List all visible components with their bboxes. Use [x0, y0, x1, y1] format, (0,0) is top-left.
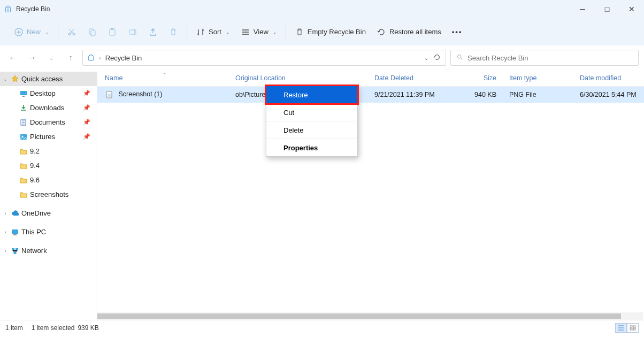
more-button[interactable]: ••• [447, 22, 468, 42]
svg-rect-15 [22, 96, 25, 97]
share-button[interactable] [143, 22, 163, 42]
sidebar-item-label: Desktop [30, 89, 56, 97]
sidebar-item-label: Screenshots [30, 190, 68, 198]
delete-button[interactable] [163, 22, 183, 42]
new-button[interactable]: New ⌄ [9, 22, 55, 42]
chevron-down-icon[interactable]: ⌄ [424, 55, 428, 61]
empty-recycle-bin-button[interactable]: Empty Recycle Bin [289, 22, 371, 42]
row-size: 940 KB [457, 91, 502, 98]
breadcrumb-segment[interactable]: Recycle Bin [105, 54, 142, 62]
trash-icon [295, 27, 304, 37]
paste-icon [108, 27, 117, 37]
column-date-modified[interactable]: Date modified [572, 74, 644, 82]
up-button[interactable]: ↑ [63, 50, 78, 65]
restore-all-button[interactable]: Restore all items [371, 22, 447, 42]
svg-rect-0 [6, 7, 11, 12]
file-list: Name⌃ Original Location Date Deleted Siz… [97, 70, 644, 320]
sidebar-item-label: 9.2 [30, 147, 40, 155]
more-icon: ••• [452, 28, 463, 36]
thumbnails-view-button[interactable] [627, 323, 639, 333]
svg-rect-8 [111, 28, 113, 30]
new-label: New [27, 28, 41, 36]
sidebar-item-folder[interactable]: 9.4 [0, 158, 97, 173]
copy-icon [87, 27, 97, 37]
svg-rect-9 [129, 30, 136, 34]
sidebar-item-label: This PC [21, 228, 46, 236]
sidebar-item-pictures[interactable]: Pictures 📌 [0, 129, 97, 144]
sidebar-item-folder[interactable]: 9.2 [0, 144, 97, 158]
view-button[interactable]: View ⌄ [235, 22, 282, 42]
search-box[interactable] [450, 50, 639, 66]
context-menu: Restore Cut Delete Properties [266, 86, 358, 157]
chevron-down-icon: ⌄ [273, 29, 277, 35]
column-size[interactable]: Size [457, 74, 502, 82]
search-input[interactable] [467, 54, 633, 62]
sort-icon [196, 27, 205, 37]
recent-button[interactable]: ⌄ [44, 50, 59, 65]
copy-button[interactable] [82, 22, 102, 42]
status-selected: 1 item selected [32, 324, 75, 332]
status-item-count: 1 item [5, 324, 23, 332]
file-icon [105, 90, 113, 99]
sidebar-item-folder[interactable]: Screenshots [0, 187, 97, 202]
sidebar-item-label: OneDrive [21, 209, 51, 217]
svg-rect-19 [12, 229, 18, 234]
back-button[interactable]: ← [5, 50, 20, 65]
chevron-down-icon: ⌄ [226, 29, 230, 35]
scissors-icon [67, 27, 76, 37]
row-name: Screenshot (1) [118, 90, 162, 98]
view-icon [241, 27, 250, 37]
horizontal-scrollbar[interactable] [97, 312, 643, 320]
pictures-icon [19, 133, 28, 141]
sort-indicator-icon: ⌃ [163, 72, 167, 78]
context-properties[interactable]: Properties [266, 139, 357, 156]
svg-rect-23 [14, 252, 17, 254]
sidebar-item-this-pc[interactable]: This PC [0, 225, 97, 239]
sidebar-item-desktop[interactable]: Desktop 📌 [0, 86, 97, 101]
column-date-deleted[interactable]: Date Deleted [367, 74, 457, 82]
context-cut[interactable]: Cut [266, 104, 357, 121]
column-original-location[interactable]: Original Location [228, 74, 367, 82]
download-icon [19, 104, 28, 112]
sidebar-item-folder[interactable]: 9.6 [0, 173, 97, 187]
minimize-button[interactable]: ─ [570, 0, 595, 18]
paste-button[interactable] [102, 22, 122, 42]
nav-row: ← → ⌄ ↑ › Recycle Bin ⌄ [0, 46, 644, 70]
pc-icon [11, 228, 19, 236]
row-date-modified: 6/30/2021 5:44 PM [572, 91, 644, 98]
table-row[interactable]: Screenshot (1) ob\Pictures\Screenshots\N… [97, 87, 644, 103]
sidebar-item-documents[interactable]: Documents 📌 [0, 115, 97, 129]
svg-rect-27 [633, 326, 635, 327]
close-button[interactable]: ✕ [619, 0, 644, 18]
empty-label: Empty Recycle Bin [308, 28, 366, 36]
address-bar[interactable]: › Recycle Bin ⌄ [82, 50, 446, 66]
pin-icon: 📌 [83, 119, 90, 126]
sort-label: Sort [209, 28, 221, 36]
svg-rect-29 [633, 328, 635, 330]
svg-rect-21 [12, 248, 14, 250]
column-item-type[interactable]: Item type [502, 74, 572, 82]
documents-icon [19, 118, 28, 127]
sidebar-item-label: 9.4 [30, 162, 40, 170]
details-view-button[interactable] [615, 323, 627, 333]
sidebar-item-onedrive[interactable]: OneDrive [0, 206, 97, 220]
refresh-button[interactable] [433, 53, 441, 63]
sort-button[interactable]: Sort ⌄ [190, 22, 235, 42]
forward-button[interactable]: → [25, 50, 40, 65]
status-bar: 1 item 1 item selected 939 KB [0, 320, 644, 335]
view-label: View [254, 28, 269, 36]
context-delete[interactable]: Delete [266, 121, 357, 139]
svg-rect-25 [108, 94, 111, 97]
sidebar-item-downloads[interactable]: Downloads 📌 [0, 101, 97, 115]
scrollbar-thumb[interactable] [97, 313, 621, 319]
cut-button[interactable] [62, 22, 82, 42]
maximize-button[interactable]: □ [595, 0, 619, 18]
rename-button[interactable] [122, 22, 143, 42]
pin-icon: 📌 [83, 133, 90, 140]
context-restore[interactable]: Restore [266, 86, 357, 103]
sidebar-item-network[interactable]: Network [0, 243, 97, 258]
sidebar-item-quick-access[interactable]: Quick access [0, 72, 97, 86]
sidebar-item-label: Network [21, 247, 47, 255]
svg-rect-20 [13, 234, 17, 235]
column-name[interactable]: Name⌃ [97, 74, 228, 82]
